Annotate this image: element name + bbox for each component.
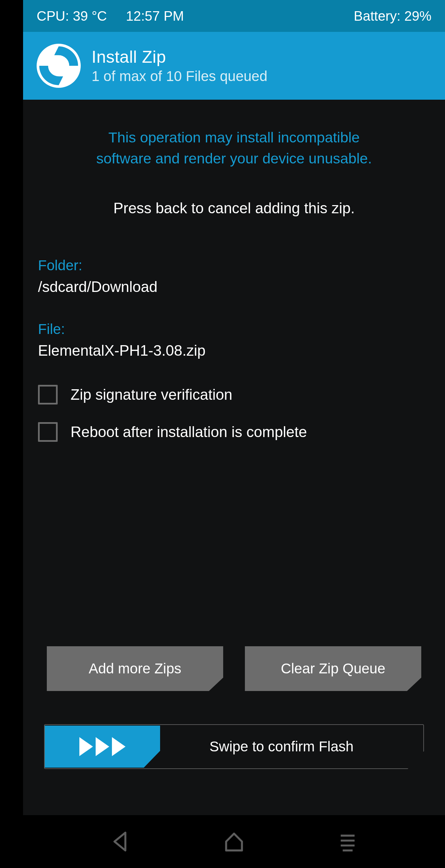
add-more-zips-button[interactable]: Add more Zips (47, 646, 223, 691)
header-titles: Install Zip 1 of max of 10 Files queued (92, 47, 267, 84)
status-bar-left: CPU: 39 °C 12:57 PM (37, 8, 184, 24)
content-area: This operation may install incompatible … (23, 100, 445, 803)
menu-button[interactable] (336, 830, 360, 853)
back-button[interactable] (109, 830, 132, 853)
app-header: Install Zip 1 of max of 10 Files queued (23, 32, 445, 100)
page-title: Install Zip (92, 47, 267, 67)
queue-status: 1 of max of 10 Files queued (92, 68, 267, 84)
swipe-to-flash-slider[interactable]: Swipe to confirm Flash (44, 724, 424, 769)
home-icon (222, 830, 246, 853)
swipe-handle[interactable] (45, 726, 160, 768)
menu-icon (336, 830, 360, 853)
clear-zip-queue-button[interactable]: Clear Zip Queue (245, 646, 421, 691)
checkbox-icon (38, 385, 58, 405)
zip-signature-checkbox-row[interactable]: Zip signature verification (38, 385, 430, 405)
clock: 12:57 PM (126, 8, 184, 24)
button-label: Clear Zip Queue (281, 660, 385, 677)
folder-label: Folder: (38, 257, 430, 274)
twrp-logo-icon (37, 44, 81, 88)
folder-path: /sdcard/Download (38, 278, 430, 295)
arrow-icon (112, 737, 125, 756)
status-bar: CPU: 39 °C 12:57 PM Battery: 29% (23, 0, 445, 32)
battery-level: Battery: 29% (354, 8, 431, 24)
navigation-bar (23, 815, 445, 868)
zip-signature-label: Zip signature verification (71, 386, 232, 403)
reboot-after-checkbox-row[interactable]: Reboot after installation is complete (38, 422, 430, 442)
action-buttons: Add more Zips Clear Zip Queue (38, 646, 430, 691)
swipe-label: Swipe to confirm Flash (160, 738, 423, 755)
checkbox-icon (38, 422, 58, 442)
button-label: Add more Zips (89, 660, 181, 677)
file-label: File: (38, 321, 430, 337)
arrow-icon (96, 737, 109, 756)
reboot-after-label: Reboot after installation is complete (71, 423, 307, 440)
warning-text: This operation may install incompatible … (81, 127, 387, 169)
cancel-hint: Press back to cancel adding this zip. (113, 200, 355, 217)
back-icon (109, 830, 132, 853)
file-name: ElementalX-PH1-3.08.zip (38, 342, 430, 359)
cpu-temp: CPU: 39 °C (37, 8, 107, 24)
home-button[interactable] (222, 830, 246, 853)
screen: CPU: 39 °C 12:57 PM Battery: 29% Install… (23, 0, 445, 868)
arrow-icon (79, 737, 93, 756)
